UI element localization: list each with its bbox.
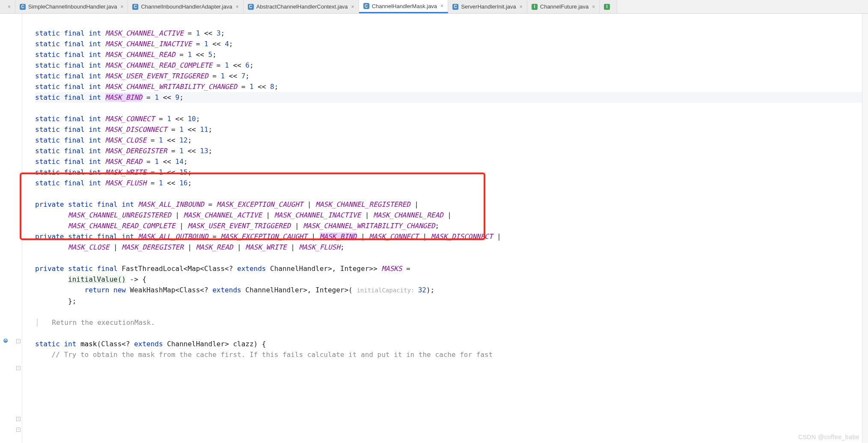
tab-label: ChannelHandlerMask.java xyxy=(372,3,437,9)
fold-icon[interactable]: − xyxy=(16,366,21,370)
code-line: static final int MASK_WRITE = 1 << 15; xyxy=(35,168,192,176)
fold-icon[interactable]: − xyxy=(16,339,21,343)
code-line: MASK_CLOSE | MASK_DEREGISTER | MASK_READ… xyxy=(35,243,345,251)
code-line: static final int MASK_DEREGISTER = 1 << … xyxy=(35,147,212,155)
watermark-text: CSDN @coffee_babe xyxy=(798,434,859,440)
code-line: static final int MASK_CHANNEL_WRITABILIT… xyxy=(35,83,278,91)
close-icon[interactable]: × xyxy=(8,4,11,10)
tab-label: AbstractChannelHandlerContext.java xyxy=(256,3,348,10)
editor-tab-active[interactable]: CChannelHandlerMask.java× xyxy=(359,0,449,13)
tab-label: ServerHandlerInit.java xyxy=(461,3,516,10)
interface-file-icon: I xyxy=(604,4,610,10)
code-line: private static final FastThreadLocal<Map… xyxy=(35,265,410,273)
override-gutter-icon[interactable] xyxy=(3,338,9,344)
tab-label: ChannelInboundHandlerAdapter.java xyxy=(141,3,232,10)
editor-tab-more[interactable]: I xyxy=(600,0,617,13)
code-editor[interactable]: static final int MASK_CHANNEL_ACTIVE = 1… xyxy=(22,14,868,443)
editor-tab[interactable]: CChannelInboundHandlerAdapter.java× xyxy=(128,0,243,13)
editor-tab[interactable]: CSimpleChannelInboundHandler.java× xyxy=(15,0,128,13)
tab-label: ChannelFuture.java xyxy=(540,3,589,10)
code-line: private static final int MASK_ALL_INBOUN… xyxy=(35,200,419,208)
tab-close-prev[interactable]: × xyxy=(0,0,15,13)
code-line-highlighted: static final int MASK_BIND = 1 << 9; xyxy=(35,92,868,103)
close-icon[interactable]: × xyxy=(236,4,239,10)
class-file-icon: C xyxy=(132,4,138,10)
editor-tab[interactable]: CAbstractChannelHandlerContext.java× xyxy=(244,0,359,13)
code-line: MASK_CHANNEL_READ_COMPLETE | MASK_USER_E… xyxy=(35,222,439,230)
editor-area: − − − − static final int MASK_CHANNEL_AC… xyxy=(0,14,868,443)
close-icon[interactable]: × xyxy=(592,4,595,10)
class-file-icon: C xyxy=(452,4,458,10)
code-line: static int mask(Class<? extends ChannelH… xyxy=(35,340,266,348)
code-line: static final int MASK_FLUSH = 1 << 16; xyxy=(35,179,192,187)
code-line: static final int MASK_READ = 1 << 14; xyxy=(35,158,187,166)
tab-label: SimpleChannelInboundHandler.java xyxy=(28,3,117,10)
code-line: static final int MASK_CLOSE = 1 << 12; xyxy=(35,136,192,144)
class-file-icon: C xyxy=(363,3,369,9)
close-icon[interactable]: × xyxy=(120,4,123,10)
code-line: return new WeakHashMap<Class<? extends C… xyxy=(35,286,434,294)
code-line: static final int MASK_DISCONNECT = 1 << … xyxy=(35,125,212,134)
close-icon[interactable]: × xyxy=(520,4,523,10)
code-line: static final int MASK_CHANNEL_ACTIVE = 1… xyxy=(35,29,225,37)
class-file-icon: C xyxy=(20,4,26,10)
code-line: static final int MASK_CHANNEL_INACTIVE =… xyxy=(35,40,233,48)
close-icon[interactable]: × xyxy=(351,4,354,10)
code-line: static final int MASK_CHANNEL_READ_COMPL… xyxy=(35,61,254,69)
code-line: private static final int MASK_ALL_OUTBOU… xyxy=(35,232,501,241)
fold-icon[interactable]: − xyxy=(16,417,21,421)
close-icon[interactable]: × xyxy=(440,3,443,9)
editor-tab[interactable]: IChannelFuture.java× xyxy=(527,0,600,13)
code-line: static final int MASK_CONNECT = 1 << 10; xyxy=(35,115,200,123)
editor-gutter[interactable]: − − − − xyxy=(0,14,22,443)
code-line: // Try to obtain the mask from the cache… xyxy=(35,351,493,359)
code-line: static final int MASK_USER_EVENT_TRIGGER… xyxy=(35,72,250,80)
class-file-icon: C xyxy=(248,4,254,10)
code-line: }; xyxy=(35,297,76,305)
editor-tab[interactable]: CServerHandlerInit.java× xyxy=(448,0,527,13)
marker-strip[interactable] xyxy=(862,14,868,443)
code-line: static final int MASK_CHANNEL_READ = 1 <… xyxy=(35,51,217,59)
interface-file-icon: I xyxy=(532,4,538,10)
javadoc-render: Return the executionMask. xyxy=(37,318,155,327)
code-line: initialValue() -> { xyxy=(35,275,146,283)
fold-icon[interactable]: − xyxy=(16,428,21,432)
editor-tab-bar: × CSimpleChannelInboundHandler.java× CCh… xyxy=(0,0,868,14)
code-line: MASK_CHANNEL_UNREGISTERED | MASK_CHANNEL… xyxy=(35,211,452,219)
